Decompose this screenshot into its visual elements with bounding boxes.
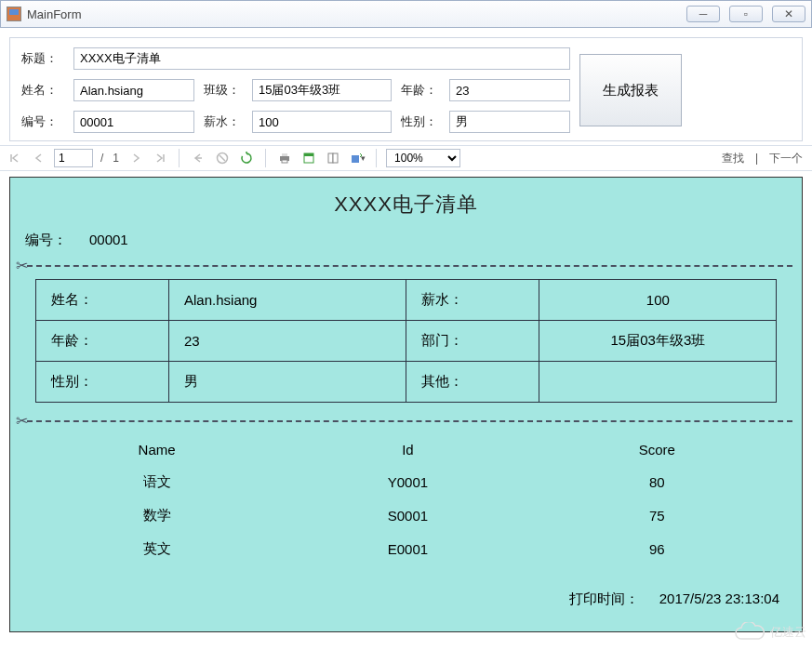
info-dept-value: 15届03年级3班 bbox=[539, 321, 777, 362]
info-other-value bbox=[539, 362, 777, 403]
score-id: E0001 bbox=[279, 533, 538, 566]
score-id: S0001 bbox=[279, 499, 538, 533]
report-toolbar: / 1 ▾ 100% 查找 | 下一个 bbox=[0, 145, 812, 171]
print-time-value: 2017/5/23 23:13:04 bbox=[659, 590, 779, 606]
zoom-select[interactable]: 100% bbox=[386, 149, 460, 167]
class-label: 班级： bbox=[204, 82, 243, 99]
print-time-label: 打印时间： bbox=[569, 590, 639, 606]
title-label: 标题： bbox=[21, 50, 64, 67]
app-icon bbox=[7, 7, 21, 21]
info-salary-label: 薪水： bbox=[406, 280, 539, 321]
form-panel: 标题： 生成报表 姓名： 班级： 年龄： 编号： 薪水： 性别： bbox=[9, 37, 803, 141]
minimize-button[interactable]: ─ bbox=[686, 6, 720, 22]
export-button[interactable]: ▾ bbox=[348, 149, 366, 167]
svg-rect-5 bbox=[304, 153, 313, 156]
scissor-icon: ✂ bbox=[14, 257, 30, 274]
page-input[interactable] bbox=[54, 149, 93, 167]
svg-rect-2 bbox=[282, 153, 287, 156]
maximize-button[interactable]: ▫ bbox=[729, 6, 763, 22]
cloud-icon bbox=[733, 622, 766, 643]
refresh-button[interactable] bbox=[237, 149, 256, 167]
svg-rect-3 bbox=[282, 160, 287, 163]
find-link[interactable]: 查找 bbox=[718, 151, 748, 166]
watermark-text: 亿速云 bbox=[770, 624, 806, 641]
layout-button[interactable] bbox=[300, 149, 318, 167]
back-button[interactable] bbox=[189, 149, 207, 167]
score-value: 96 bbox=[537, 533, 777, 566]
report-title: XXXX电子清单 bbox=[20, 185, 792, 228]
name-input[interactable] bbox=[73, 79, 194, 101]
cut-line: ✂ bbox=[20, 259, 792, 272]
stop-button[interactable] bbox=[213, 149, 232, 167]
salary-label: 薪水： bbox=[204, 113, 243, 130]
report-footer: 打印时间： 2017/5/23 23:13:04 bbox=[20, 572, 792, 608]
generate-report-button[interactable]: 生成报表 bbox=[579, 54, 682, 126]
score-row: 数学 S0001 75 bbox=[35, 499, 778, 533]
id-label: 编号： bbox=[21, 113, 64, 130]
print-button[interactable] bbox=[275, 149, 294, 167]
info-name-value: Alan.hsiang bbox=[169, 280, 406, 321]
age-label: 年龄： bbox=[401, 82, 440, 99]
score-header-id: Id bbox=[279, 434, 538, 466]
report-area: XXXX电子清单 编号： 00001 ✂ 姓名： Alan.hsiang 薪水：… bbox=[9, 177, 803, 632]
score-row: 语文 Y0001 80 bbox=[35, 466, 778, 499]
svg-rect-6 bbox=[328, 153, 333, 163]
score-value: 75 bbox=[537, 499, 777, 533]
info-dept-label: 部门： bbox=[406, 321, 539, 362]
scissor-icon: ✂ bbox=[14, 412, 30, 430]
report-id-value: 00001 bbox=[89, 232, 128, 249]
info-table: 姓名： Alan.hsiang 薪水： 100 年龄： 23 部门： 15届03… bbox=[35, 279, 778, 403]
score-row: 英文 E0001 96 bbox=[35, 533, 778, 566]
score-name: 数学 bbox=[35, 499, 279, 533]
salary-input[interactable] bbox=[252, 111, 392, 133]
score-header-name: Name bbox=[35, 434, 279, 466]
svg-rect-8 bbox=[352, 155, 359, 163]
info-other-label: 其他： bbox=[406, 362, 539, 403]
next-page-button[interactable] bbox=[126, 149, 145, 167]
page-separator: / bbox=[99, 152, 105, 165]
first-page-button[interactable] bbox=[6, 149, 24, 167]
report-id-label: 编号： bbox=[25, 232, 67, 249]
cut-line-2: ✂ bbox=[20, 414, 792, 427]
info-name-label: 姓名： bbox=[35, 280, 168, 321]
window-title: MainForm bbox=[27, 7, 686, 21]
score-name: 语文 bbox=[35, 466, 279, 499]
score-header-row: Name Id Score bbox=[35, 434, 778, 466]
next-link[interactable]: 下一个 bbox=[765, 151, 806, 166]
watermark: 亿速云 bbox=[733, 622, 806, 643]
gender-label: 性别： bbox=[401, 113, 440, 130]
report-id-row: 编号： 00001 bbox=[20, 228, 792, 259]
score-name: 英文 bbox=[35, 533, 279, 566]
last-page-button[interactable] bbox=[151, 149, 169, 167]
score-header-score: Score bbox=[537, 434, 777, 466]
info-age-value: 23 bbox=[169, 321, 406, 362]
score-id: Y0001 bbox=[279, 466, 538, 499]
info-gender-label: 性别： bbox=[35, 362, 168, 403]
id-input[interactable] bbox=[73, 111, 194, 133]
age-input[interactable] bbox=[449, 79, 570, 101]
score-table: Name Id Score 语文 Y0001 80 数学 S0001 75 英文… bbox=[35, 434, 778, 566]
info-age-label: 年龄： bbox=[35, 321, 168, 362]
class-input[interactable] bbox=[252, 79, 392, 101]
title-input[interactable] bbox=[73, 47, 570, 70]
page-setup-button[interactable] bbox=[324, 149, 342, 167]
name-label: 姓名： bbox=[21, 82, 64, 99]
info-salary-value: 100 bbox=[539, 280, 777, 321]
info-gender-value: 男 bbox=[169, 362, 406, 403]
window-buttons: ─ ▫ ✕ bbox=[686, 6, 805, 22]
svg-rect-7 bbox=[333, 153, 338, 163]
score-value: 80 bbox=[537, 466, 777, 499]
prev-page-button[interactable] bbox=[30, 149, 48, 167]
gender-input[interactable] bbox=[449, 111, 570, 133]
page-total: 1 bbox=[111, 152, 121, 165]
close-button[interactable]: ✕ bbox=[772, 6, 805, 22]
window-titlebar: MainForm ─ ▫ ✕ bbox=[0, 0, 812, 28]
